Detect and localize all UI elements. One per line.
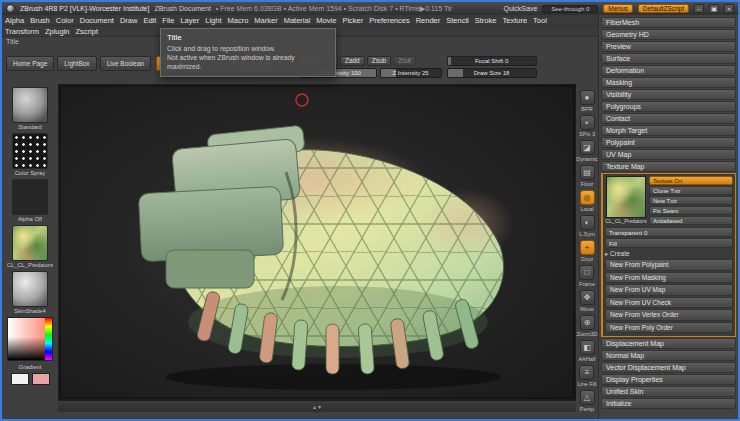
material-thumbnail[interactable] (12, 271, 48, 307)
right-shelf-button[interactable]: ◐ L.Sym (579, 215, 595, 237)
menu-item[interactable]: Draw (117, 15, 141, 26)
create-texture-button[interactable]: New From Masking (605, 272, 733, 284)
quicksave-button[interactable]: QuickSave (503, 5, 537, 12)
see-through-slider[interactable]: See-through 0 (542, 5, 598, 13)
stroke-thumbnail[interactable] (12, 133, 48, 169)
menus-button[interactable]: Menus (603, 4, 633, 13)
create-texture-button[interactable]: New From Polypaint (605, 259, 733, 271)
right-shelf-button[interactable]: □ Frame (579, 265, 595, 287)
menu-item[interactable]: Texture (499, 15, 530, 26)
texture-map-button[interactable]: Fix Seam (649, 206, 733, 215)
texture-map-button[interactable]: Clone Txtr (649, 186, 733, 195)
menu-item[interactable]: Light (202, 15, 224, 26)
menu-item[interactable]: Brush (27, 15, 53, 26)
document-canvas[interactable] (58, 84, 576, 400)
menu-item[interactable]: Zplugin (42, 26, 73, 37)
texture-on-button[interactable]: Texture On (649, 176, 733, 185)
create-texture-button[interactable]: New From Poly Order (605, 322, 733, 334)
shelf-tab[interactable]: Live Boolean (100, 56, 152, 71)
right-shelf-button[interactable]: ✥ Move (580, 290, 595, 312)
right-shelf-button[interactable]: ◧ AAHalf (578, 340, 595, 362)
right-shelf-button[interactable]: ▤ Floor (580, 165, 595, 187)
tool-palette-section[interactable]: UV Map (601, 149, 736, 160)
menu-item[interactable]: Render (413, 15, 444, 26)
canvas-3d-model[interactable] (58, 84, 576, 400)
paint-mode-button[interactable]: Zsub (367, 56, 391, 66)
menu-item[interactable]: Marker (251, 15, 280, 26)
texture-map-thumbnail[interactable] (606, 176, 646, 218)
tool-palette-section[interactable]: Normal Map (601, 350, 736, 361)
right-shelf-button[interactable]: ⊕ Zoom3D (576, 315, 597, 337)
menu-item[interactable]: Color (53, 15, 77, 26)
hue-strip[interactable] (45, 318, 52, 360)
right-shelf-button[interactable]: ● BPR (580, 90, 595, 112)
tool-palette-section[interactable]: Display Properties (601, 374, 736, 385)
menu-item[interactable]: Macro (224, 15, 251, 26)
texture-thumbnail[interactable] (12, 225, 48, 261)
material-selector[interactable]: SkinShade4 (12, 271, 48, 314)
right-shelf-button[interactable]: △ Persp (580, 390, 595, 412)
menu-item[interactable]: Transform (2, 26, 42, 37)
right-shelf-button[interactable]: ◪ Dynamic (576, 140, 597, 162)
secondary-color-swatch[interactable] (32, 373, 50, 385)
close-button[interactable]: × (724, 4, 734, 13)
menu-item[interactable]: Material (281, 15, 314, 26)
tool-palette-section[interactable]: Visibility (601, 89, 736, 100)
tool-palette-section[interactable]: Morph Target (601, 125, 736, 136)
shelf-tab[interactable]: LightBox (57, 56, 96, 71)
z-intensity-slider[interactable]: Z Intensity 25 (380, 68, 442, 78)
titlebar[interactable]: ZBrush 4R8 P2 [VLK]-Worcester Institute]… (2, 2, 738, 15)
tool-palette-section[interactable]: Displacement Map (601, 338, 736, 349)
tool-palette-section[interactable]: Polygroups (601, 101, 736, 112)
tool-palette-section[interactable]: Vector Displacement Map (601, 362, 736, 373)
menu-item[interactable]: Picker (339, 15, 366, 26)
tool-palette-section[interactable]: Contact (601, 113, 736, 124)
default-zscript-button[interactable]: DefaultZScript (638, 4, 689, 13)
texture-map-button[interactable]: Antialiased (649, 216, 733, 225)
scroll-up-icon[interactable]: ▴ (313, 403, 316, 410)
menu-item[interactable]: Preferences (366, 15, 412, 26)
minimize-button[interactable]: – (694, 4, 704, 13)
menu-item[interactable]: Layer (177, 15, 202, 26)
tool-palette-section[interactable]: Deformation (601, 65, 736, 76)
shelf-tab[interactable]: Home Page (6, 56, 54, 71)
paint-mode-button[interactable]: Zadd (340, 56, 365, 66)
brush-selector[interactable]: Standard (12, 87, 48, 130)
create-texture-button[interactable]: New From UV Map (605, 284, 733, 296)
draw-size-slider[interactable]: Draw Size 18 (447, 68, 537, 78)
tool-palette-section[interactable]: FiberMesh (601, 17, 736, 28)
menu-item[interactable]: Zscript (73, 26, 102, 37)
create-texture-button[interactable]: New From Vertex Order (605, 309, 733, 321)
right-shelf-button[interactable]: ◎ Local (580, 190, 595, 212)
scroll-down-icon[interactable]: ▾ (318, 403, 321, 410)
create-subsection-header[interactable]: Create (605, 249, 733, 258)
main-color-swatch[interactable] (11, 373, 29, 385)
alpha-selector[interactable]: Alpha Off (12, 179, 48, 222)
paint-mode-button[interactable]: Zcut (393, 56, 416, 66)
tool-palette-section[interactable]: Preview (601, 41, 736, 52)
transparent-slider[interactable]: Transparent 0 (605, 227, 733, 237)
menu-item[interactable]: Stencil (443, 15, 472, 26)
right-shelf-button[interactable]: ▪ SPix 3 (579, 115, 595, 137)
tool-palette-section[interactable]: Surface (601, 53, 736, 64)
focal-shift-slider[interactable]: Focal Shift 0 (447, 56, 537, 66)
texture-map-header[interactable]: Texture Map (601, 161, 736, 172)
create-texture-button[interactable]: New From UV Check (605, 297, 733, 309)
menu-item[interactable]: Edit (140, 15, 159, 26)
menu-item[interactable]: Tool (530, 15, 550, 26)
menu-item[interactable]: Stroke (472, 15, 500, 26)
tool-palette-section[interactable]: Polypaint (601, 137, 736, 148)
color-picker[interactable] (7, 317, 53, 361)
tool-palette-section[interactable]: Masking (601, 77, 736, 88)
tool-palette-section[interactable]: Geometry HD (601, 29, 736, 40)
texture-selector[interactable]: CL_CL_Predators (7, 225, 53, 268)
menu-item[interactable]: Movie (313, 15, 339, 26)
fill-button[interactable]: Fill (605, 238, 733, 248)
menu-item[interactable]: Document (77, 15, 117, 26)
menu-item[interactable]: Alpha (2, 15, 27, 26)
alpha-thumbnail[interactable] (12, 179, 48, 215)
brush-thumbnail[interactable] (12, 87, 48, 123)
canvas-scrollbar[interactable]: ▴ ▾ (58, 400, 576, 412)
restore-button[interactable]: ▣ (709, 4, 719, 13)
right-shelf-button[interactable]: + Gxyz (580, 240, 595, 262)
